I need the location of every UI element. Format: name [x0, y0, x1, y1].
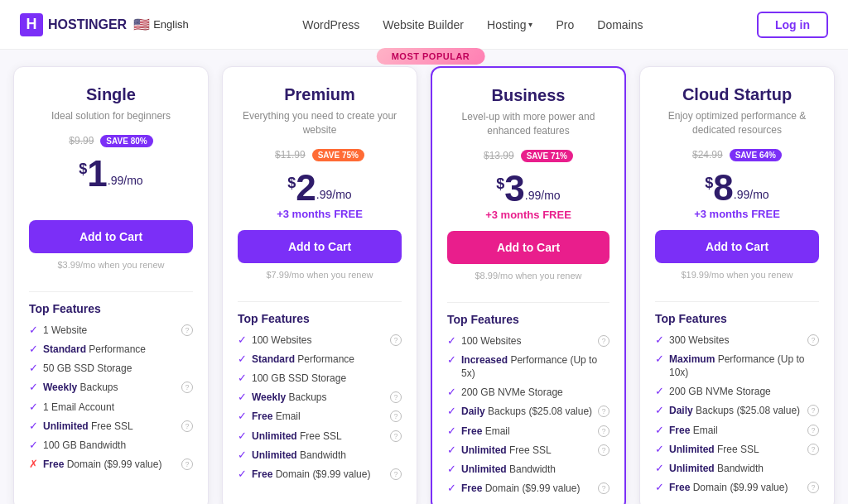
feature-item: ✓ Unlimited Bandwidth	[238, 449, 402, 462]
feature-item: ✓ Free Domain ($9.99 value) ?	[238, 468, 402, 481]
feature-item: ✓ Increased Performance (Up to 5x)	[447, 353, 610, 380]
feature-item: ✓ Weekly Backups ?	[238, 391, 402, 404]
check-icon: ✓	[238, 372, 247, 384]
feature-text: 100 Websites	[252, 334, 385, 347]
add-to-cart-button[interactable]: Add to Cart	[447, 231, 610, 264]
feature-text: Free Email	[669, 424, 802, 437]
login-button[interactable]: Log in	[757, 12, 828, 38]
logo[interactable]: H HOSTINGER	[20, 13, 127, 36]
feature-item: ✓ 100 GB SSD Storage	[238, 372, 402, 385]
main-price: $ 1 .99/mo	[29, 156, 193, 192]
feature-text: 1 Website	[43, 324, 176, 337]
feature-item: ✓ Daily Backups ($25.08 value) ?	[655, 404, 819, 417]
months-free: +3 months FREE	[238, 208, 402, 220]
nav-links: WordPress Website Builder Hosting ▾ Pro …	[302, 18, 643, 31]
features-title: Top Features	[238, 312, 402, 325]
nav-pro[interactable]: Pro	[556, 18, 574, 31]
feature-text: 100 GB Bandwidth	[43, 439, 193, 452]
check-icon: ✓	[238, 410, 247, 422]
check-icon: ✓	[238, 449, 247, 461]
nav-wordpress[interactable]: WordPress	[302, 18, 359, 31]
divider	[655, 301, 819, 302]
check-icon: ✓	[29, 381, 38, 393]
feature-text: Free Domain ($9.99 value)	[669, 481, 802, 494]
check-icon: ✓	[238, 334, 247, 346]
feature-text: Free Email	[252, 410, 385, 423]
feature-item: ✓ Free Domain ($9.99 value) ?	[447, 482, 610, 495]
info-icon[interactable]: ?	[598, 406, 610, 417]
info-icon[interactable]: ?	[181, 382, 193, 393]
check-icon: ✓	[238, 468, 247, 480]
price-row: $24.99 SAVE 64%	[655, 149, 819, 161]
feature-list: ✓ 300 Websites ? ✓ Maximum Performance (…	[655, 334, 819, 495]
price-number: 2	[296, 170, 316, 206]
check-icon: ✓	[655, 443, 664, 455]
info-icon[interactable]: ?	[181, 324, 193, 336]
info-icon[interactable]: ?	[598, 482, 610, 494]
plan-name: Premium	[238, 85, 402, 104]
feature-text: 50 GB SSD Storage	[43, 362, 193, 375]
feature-text: Free Email	[461, 425, 593, 438]
add-to-cart-button[interactable]: Add to Cart	[29, 220, 193, 253]
feature-item: ✓ Free Email ?	[238, 410, 402, 423]
add-to-cart-button[interactable]: Add to Cart	[655, 230, 819, 263]
check-icon: ✓	[29, 324, 38, 336]
plan-desc: Enjoy optimized performance & dedicated …	[655, 109, 819, 137]
chevron-down-icon: ▾	[528, 20, 532, 29]
info-icon[interactable]: ?	[807, 425, 819, 436]
language-selector[interactable]: 🇺🇸 English	[133, 17, 189, 32]
price-number: 3	[504, 170, 524, 207]
nav-hosting[interactable]: Hosting ▾	[487, 18, 532, 31]
check-icon: ✓	[29, 439, 38, 451]
info-icon[interactable]: ?	[390, 430, 402, 442]
info-icon[interactable]: ?	[807, 334, 819, 346]
feature-text: Daily Backups ($25.08 value)	[461, 405, 593, 418]
price-number: 8	[713, 170, 733, 206]
info-icon[interactable]: ?	[390, 410, 402, 422]
nav-domains[interactable]: Domains	[597, 18, 643, 31]
feature-item: ✓ 200 GB NVMe Storage	[447, 386, 610, 399]
info-icon[interactable]: ?	[181, 420, 193, 432]
check-icon: ✓	[29, 420, 38, 432]
info-icon[interactable]: ?	[390, 334, 402, 346]
renew-price: $8.99/mo when you renew	[447, 271, 610, 281]
feature-text: Increased Performance (Up to 5x)	[461, 353, 610, 380]
feature-item: ✓ Unlimited Bandwidth	[447, 463, 610, 476]
currency-symbol: $	[287, 175, 296, 192]
divider	[29, 291, 193, 292]
feature-text: 100 Websites	[461, 334, 593, 348]
check-icon: ✗	[29, 458, 38, 470]
plan-desc: Everything you need to create your websi…	[238, 109, 402, 137]
info-icon[interactable]: ?	[390, 391, 402, 403]
info-icon[interactable]: ?	[598, 335, 610, 347]
check-icon: ✓	[238, 353, 247, 365]
price-row: $13.99 SAVE 71%	[447, 150, 610, 162]
info-icon[interactable]: ?	[598, 425, 610, 437]
price-row: $11.99 SAVE 75%	[238, 149, 402, 161]
check-icon: ✓	[655, 404, 664, 416]
feature-item: ✓ Maximum Performance (Up to 10x)	[655, 353, 819, 379]
feature-item: ✓ Free Email ?	[447, 425, 610, 438]
feature-text: Weekly Backups	[43, 381, 176, 394]
nav-website-builder[interactable]: Website Builder	[383, 18, 464, 31]
feature-text: Daily Backups ($25.08 value)	[669, 404, 802, 417]
info-icon[interactable]: ?	[807, 405, 819, 416]
original-price: $9.99	[69, 135, 94, 146]
info-icon[interactable]: ?	[807, 444, 819, 455]
price-cents-mo: .99/mo	[316, 188, 352, 201]
info-icon[interactable]: ?	[181, 458, 193, 470]
feature-list: ✓ 1 Website ? ✓ Standard Performance ✓ 5…	[29, 324, 193, 472]
info-icon[interactable]: ?	[598, 444, 610, 456]
info-icon[interactable]: ?	[807, 482, 819, 493]
add-to-cart-button[interactable]: Add to Cart	[238, 230, 402, 263]
pricing-grid: MOST POPULAR Single Ideal solution for b…	[13, 66, 835, 504]
price-row: $9.99 SAVE 80%	[29, 135, 193, 147]
feature-text: 300 Websites	[669, 334, 802, 347]
divider	[447, 302, 610, 303]
info-icon[interactable]: ?	[390, 468, 402, 480]
check-icon: ✓	[655, 353, 664, 365]
flag-icon: 🇺🇸	[133, 17, 150, 32]
feature-item: ✓ 1 Website ?	[29, 324, 193, 337]
check-icon: ✓	[29, 362, 38, 374]
check-icon: ✓	[29, 401, 38, 413]
